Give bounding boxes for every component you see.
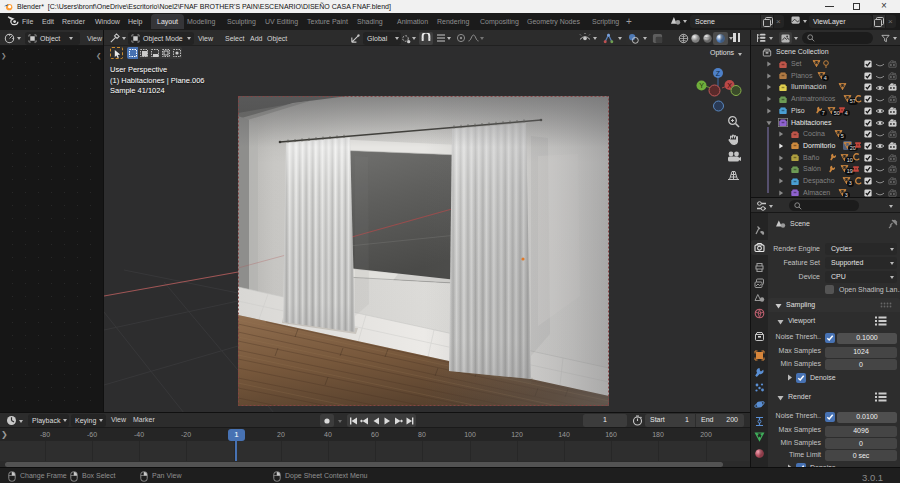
svg-text:Y: Y [699,82,704,89]
svg-text:Z: Z [716,70,721,77]
